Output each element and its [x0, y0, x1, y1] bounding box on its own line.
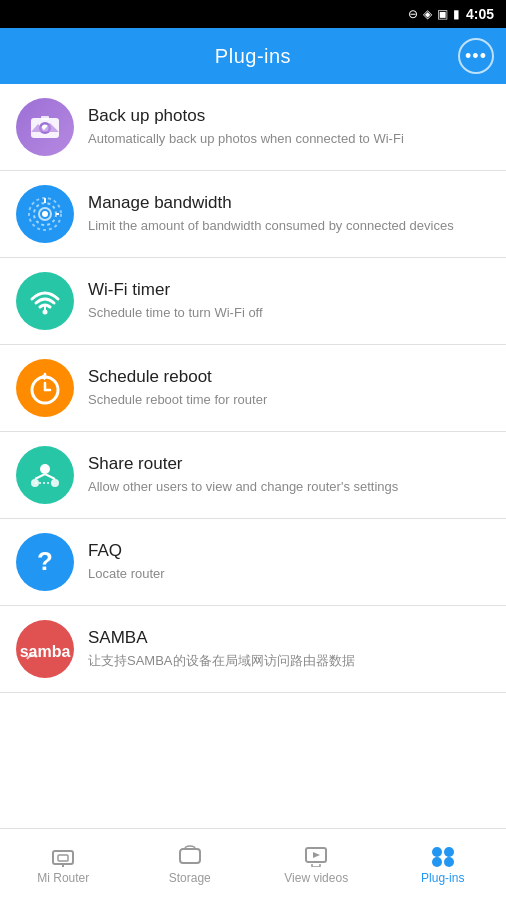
- nav-label-plug-ins: Plug-ins: [421, 871, 464, 885]
- plugin-info-backup-photos: Back up photos Automatically back up pho…: [88, 106, 490, 148]
- plugin-desc-manage-bandwidth: Limit the amount of bandwidth consumed b…: [88, 217, 490, 235]
- mi-router-icon: [50, 845, 76, 867]
- plugin-info-manage-bandwidth: Manage bandwidth Limit the amount of ban…: [88, 193, 490, 235]
- plugin-title-schedule-reboot: Schedule reboot: [88, 367, 490, 387]
- plugin-title-faq: FAQ: [88, 541, 490, 561]
- nav-item-storage[interactable]: Storage: [127, 829, 254, 900]
- bottom-navigation: Mi Router Storage View videos: [0, 828, 506, 900]
- plugin-item-backup-photos[interactable]: Back up photos Automatically back up pho…: [0, 84, 506, 171]
- svg-text:?: ?: [37, 546, 53, 576]
- nav-item-view-videos[interactable]: View videos: [253, 829, 380, 900]
- plugin-item-manage-bandwidth[interactable]: Manage bandwidth Limit the amount of ban…: [0, 171, 506, 258]
- plugin-icon-manage-bandwidth: [16, 185, 74, 243]
- plugin-desc-faq: Locate router: [88, 565, 490, 583]
- three-dots-icon: •••: [465, 47, 487, 65]
- plugin-item-share-router[interactable]: Share router Allow other users to view a…: [0, 432, 506, 519]
- plugin-info-schedule-reboot: Schedule reboot Schedule reboot time for…: [88, 367, 490, 409]
- battery-icon: ▮: [453, 7, 460, 21]
- plugin-desc-backup-photos: Automatically back up photos when connec…: [88, 130, 490, 148]
- plugin-info-share-router: Share router Allow other users to view a…: [88, 454, 490, 496]
- svg-point-33: [444, 857, 454, 867]
- plugin-icon-faq: ?: [16, 533, 74, 591]
- svg-rect-3: [41, 116, 49, 120]
- svg-rect-25: [58, 855, 68, 861]
- plugin-title-wifi-timer: Wi-Fi timer: [88, 280, 490, 300]
- svg-point-16: [40, 464, 50, 474]
- wifi-signal-icon: ◈: [423, 7, 432, 21]
- svg-rect-24: [53, 851, 73, 864]
- plugin-item-faq[interactable]: ? FAQ Locate router: [0, 519, 506, 606]
- plugin-list: Back up photos Automatically back up pho…: [0, 84, 506, 693]
- plugin-title-backup-photos: Back up photos: [88, 106, 490, 126]
- nav-label-view-videos: View videos: [284, 871, 348, 885]
- svg-point-31: [444, 847, 454, 857]
- nav-label-mi-router: Mi Router: [37, 871, 89, 885]
- svg-marker-29: [313, 852, 320, 858]
- svg-line-20: [45, 474, 55, 479]
- plugin-title-manage-bandwidth: Manage bandwidth: [88, 193, 490, 213]
- plugin-info-samba: SAMBA 让支持SAMBA的设备在局域网访问路由器数据: [88, 628, 490, 670]
- plugin-item-schedule-reboot[interactable]: Schedule reboot Schedule reboot time for…: [0, 345, 506, 432]
- storage-icon: [178, 845, 202, 867]
- more-options-button[interactable]: •••: [458, 38, 494, 74]
- nav-item-plug-ins[interactable]: Plug-ins: [380, 829, 507, 900]
- plugin-icon-share-router: [16, 446, 74, 504]
- svg-rect-27: [180, 849, 200, 863]
- svg-point-30: [432, 847, 442, 857]
- plugin-icon-backup-photos: [16, 98, 74, 156]
- plugin-info-faq: FAQ Locate router: [88, 541, 490, 583]
- status-icons: ⊖ ◈ ▣ ▮: [408, 7, 460, 21]
- plugin-desc-share-router: Allow other users to view and change rou…: [88, 478, 490, 496]
- plugin-title-samba: SAMBA: [88, 628, 490, 648]
- plug-ins-icon: [430, 845, 456, 867]
- status-bar: ⊖ ◈ ▣ ▮ 4:05: [0, 0, 506, 28]
- plugin-item-samba[interactable]: samba SAMBA 让支持SAMBA的设备在局域网访问路由器数据: [0, 606, 506, 693]
- svg-point-8: [42, 211, 48, 217]
- plugin-icon-schedule-reboot: [16, 359, 74, 417]
- page-header: Plug-ins •••: [0, 28, 506, 84]
- view-videos-icon: [304, 845, 328, 867]
- svg-line-19: [35, 474, 45, 479]
- page-title: Plug-ins: [215, 45, 291, 68]
- plugin-desc-schedule-reboot: Schedule reboot time for router: [88, 391, 490, 409]
- plugin-desc-wifi-timer: Schedule time to turn Wi-Fi off: [88, 304, 490, 322]
- plugin-title-share-router: Share router: [88, 454, 490, 474]
- nav-label-storage: Storage: [169, 871, 211, 885]
- minus-icon: ⊖: [408, 7, 418, 21]
- svg-point-32: [432, 857, 442, 867]
- signal-icon: ▣: [437, 7, 448, 21]
- plugin-item-wifi-timer[interactable]: Wi-Fi timer Schedule time to turn Wi-Fi …: [0, 258, 506, 345]
- status-time: 4:05: [466, 6, 494, 22]
- nav-item-mi-router[interactable]: Mi Router: [0, 829, 127, 900]
- plugin-info-wifi-timer: Wi-Fi timer Schedule time to turn Wi-Fi …: [88, 280, 490, 322]
- plugin-desc-samba: 让支持SAMBA的设备在局域网访问路由器数据: [88, 652, 490, 670]
- plugin-icon-wifi-timer: [16, 272, 74, 330]
- plugin-icon-samba: samba: [16, 620, 74, 678]
